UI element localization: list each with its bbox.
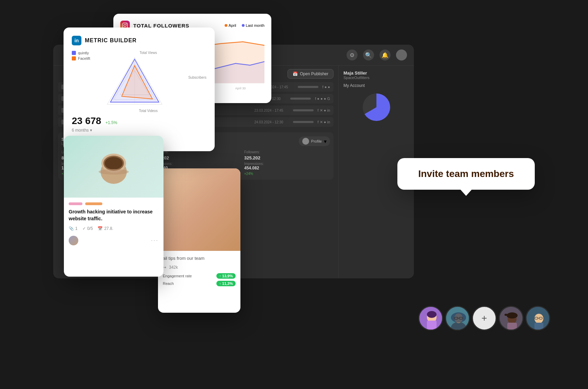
snippet-body: ail tips from our team ↪ 342k Engagement… bbox=[158, 251, 240, 291]
trend-up-icon: +24% bbox=[244, 172, 330, 176]
snippet-card: ail tips from our team ↪ 342k Engagement… bbox=[158, 168, 240, 313]
my-account-link[interactable]: My Account bbox=[343, 83, 409, 88]
quintly-legend-dot bbox=[72, 51, 76, 55]
platform-icons: f ✕ ● in bbox=[318, 108, 330, 113]
add-team-member-button[interactable]: + bbox=[472, 306, 497, 331]
attachments-count: 📎 1 bbox=[69, 226, 78, 231]
svg-point-32 bbox=[534, 314, 543, 323]
check-icon: ✓ bbox=[82, 226, 86, 231]
content-meta: 📎 1 ✓ 0/5 📅 27.8. bbox=[69, 226, 159, 231]
platform-icons: f ● ● bbox=[323, 85, 330, 89]
gear-icon[interactable]: ⚙ bbox=[347, 49, 358, 60]
svg-point-14 bbox=[99, 169, 129, 175]
radar-svg bbox=[100, 54, 169, 109]
user-company: SpaceOutfitters bbox=[343, 76, 409, 80]
more-options-button[interactable]: ··· bbox=[151, 237, 159, 244]
reach-row: Reach ↑ 11,3% bbox=[163, 281, 236, 286]
tag-pink bbox=[69, 202, 82, 205]
svg-point-17 bbox=[427, 311, 437, 318]
linkedin-icon: in bbox=[72, 36, 81, 45]
reach-badge: ↑ 11,3% bbox=[216, 281, 236, 286]
chevron-down-icon: ▾ bbox=[90, 128, 92, 133]
invite-tooltip: Invite team members bbox=[397, 158, 535, 190]
facelift-legend-dot bbox=[72, 56, 76, 60]
april-legend-dot bbox=[225, 24, 227, 27]
chevron-down-icon: ▾ bbox=[324, 138, 327, 145]
team-avatar-3 bbox=[499, 306, 523, 331]
metric-content: quintly Facelift Total Views Subscribers… bbox=[72, 51, 206, 113]
legend-quintly: quintly bbox=[72, 51, 90, 55]
content-card: Growth hacking initiative to increase we… bbox=[64, 136, 163, 277]
team-avatar-1 bbox=[418, 306, 443, 331]
tag-orange bbox=[85, 202, 102, 205]
avatar bbox=[396, 49, 407, 60]
engagement-rate-badge: ↑ 13,9% bbox=[216, 273, 236, 279]
snippet-title: ail tips from our team bbox=[163, 256, 236, 261]
calendar-icon: 📅 bbox=[98, 226, 103, 231]
lastmonth-legend-dot bbox=[242, 24, 245, 27]
user-card: Maja Stiller SpaceOutfitters My Account bbox=[343, 70, 409, 88]
content-card-image bbox=[64, 136, 163, 198]
svg-rect-36 bbox=[534, 323, 543, 331]
team-avatar-4 bbox=[525, 306, 550, 331]
snippet-stats: ↪ 342k bbox=[163, 265, 236, 270]
open-publisher-button[interactable]: 📅 Open Publisher bbox=[287, 69, 333, 79]
svg-point-13 bbox=[105, 157, 123, 169]
profile-label: Profile bbox=[311, 139, 322, 143]
progress-bar bbox=[293, 121, 314, 123]
scene: ⚙ 🔍 🔔 📅 Open Publisher Make your garden … bbox=[0, 0, 588, 389]
svg-rect-22 bbox=[451, 312, 466, 323]
radar-label-videos: Total Videos bbox=[139, 109, 158, 113]
radar-label-subscribers: Subscribers bbox=[188, 76, 206, 79]
search-icon[interactable]: 🔍 bbox=[363, 49, 374, 60]
team-avatar-2 bbox=[445, 306, 470, 331]
progress-bar bbox=[290, 98, 311, 100]
content-tags bbox=[69, 202, 159, 205]
followers-legends: April Last month bbox=[225, 23, 264, 27]
analytics-col-3: Followers: 325.202 Impressions: 454.082 … bbox=[244, 150, 330, 176]
snippet-image bbox=[158, 168, 240, 251]
user-name: Maja Stiller bbox=[343, 70, 409, 76]
snippet-engagement: Engagement rate ↑ 13,9% Reach ↑ 11,3% bbox=[163, 273, 236, 286]
content-footer: ··· bbox=[69, 236, 159, 245]
metric-builder-card: in METRIC BUILDER quintly Facelift Total… bbox=[64, 27, 215, 151]
engagement-rate-row: Engagement rate ↑ 13,9% bbox=[163, 273, 236, 279]
legend-facelift: Facelift bbox=[72, 56, 90, 60]
progress-bar bbox=[298, 86, 318, 88]
metric-value: 23 678 bbox=[72, 115, 101, 126]
platform-icons: f ✕ ● in bbox=[318, 120, 330, 124]
svg-rect-28 bbox=[507, 312, 518, 319]
bell-icon[interactable]: 🔔 bbox=[380, 49, 391, 60]
metric-title: METRIC BUILDER bbox=[85, 37, 137, 44]
svg-rect-29 bbox=[505, 314, 507, 316]
author-avatar bbox=[69, 236, 78, 245]
coffee-illustration bbox=[93, 146, 134, 187]
team-avatars: + bbox=[418, 306, 550, 331]
svg-rect-18 bbox=[427, 321, 437, 331]
platform-icons: f ● ● ● G bbox=[315, 97, 330, 101]
chart-legends: quintly Facelift bbox=[72, 51, 90, 60]
metric-period-selector[interactable]: 6 months ▾ bbox=[72, 128, 206, 133]
content-card-body: Growth hacking initiative to increase we… bbox=[64, 198, 163, 250]
svg-rect-30 bbox=[507, 323, 517, 331]
invite-text: Invite team members bbox=[418, 168, 514, 179]
content-title: Growth hacking initiative to increase we… bbox=[69, 209, 159, 222]
due-date: 📅 27.8. bbox=[98, 226, 113, 231]
progress-bar bbox=[293, 109, 314, 111]
profile-selector[interactable]: Profile ▾ bbox=[299, 136, 330, 146]
metric-change: +1.5% bbox=[105, 120, 117, 125]
radar-chart-container: Total Views Subscribers Total Videos bbox=[90, 51, 206, 113]
tasks-count: ✓ 0/5 bbox=[82, 226, 93, 231]
donut-chart bbox=[363, 93, 390, 121]
metric-stats: 23 678 +1.5% bbox=[72, 115, 206, 126]
profile-avatar bbox=[302, 138, 309, 145]
attachment-icon: 📎 bbox=[69, 226, 74, 231]
metric-header: in METRIC BUILDER bbox=[72, 36, 206, 45]
